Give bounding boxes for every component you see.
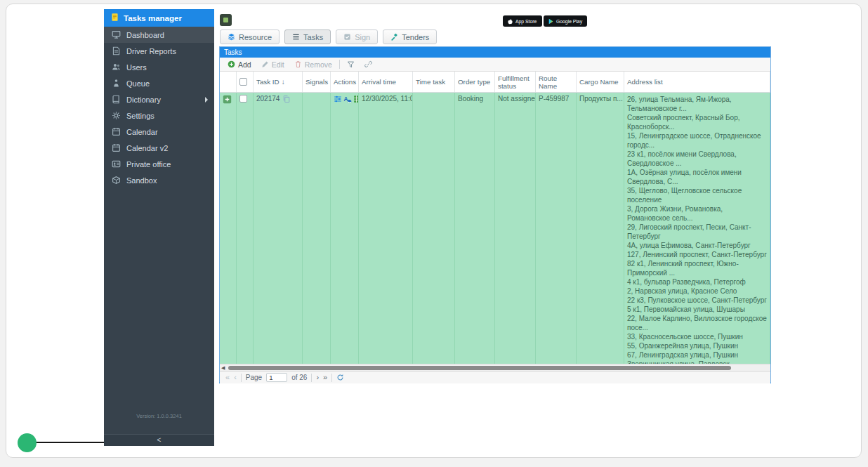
remove-button[interactable]: Remove [291, 60, 335, 70]
sidebar-collapse-button[interactable]: < [104, 434, 214, 446]
refresh-button[interactable] [336, 374, 344, 381]
app-store-badge[interactable]: App Store [503, 15, 542, 27]
monitor-icon [112, 30, 121, 39]
header-expand [220, 72, 237, 92]
annotation-marker [18, 433, 37, 452]
first-page-button[interactable]: « [225, 374, 230, 381]
assign-driver-icon[interactable]: A [343, 95, 352, 103]
sidebar-item-dictionary[interactable]: Dictionary [104, 91, 214, 107]
actions-cell: A [331, 93, 359, 364]
sidebar-item-calendar[interactable]: Calendar [104, 124, 214, 140]
toolbar-divider [339, 60, 340, 69]
sidebar-item-private-office[interactable]: Private office [104, 156, 214, 172]
sidebar-item-label: Calendar v2 [126, 144, 168, 152]
tab-resource[interactable]: Resource [220, 29, 280, 44]
route-settings-icon[interactable] [334, 95, 342, 103]
tab-sign[interactable]: Sign [336, 29, 378, 44]
table-header: Task ID ↓ Signals Actions Arrival time T… [220, 72, 770, 93]
select-all-checkbox[interactable] [239, 78, 247, 86]
trash-icon [294, 60, 302, 68]
row-checkbox[interactable] [239, 95, 247, 103]
sidebar-item-label: Private office [126, 160, 171, 169]
sidebar-item-label: Driver Reports [126, 47, 176, 55]
header-time-task[interactable]: Time task [413, 72, 455, 92]
add-button[interactable]: Add [225, 60, 254, 70]
last-page-button[interactable]: » [323, 374, 327, 381]
refresh-icon [336, 374, 344, 381]
tab-tasks[interactable]: Tasks [284, 29, 331, 44]
google-play-badge[interactable]: Google Play [544, 15, 587, 27]
header-signals[interactable]: Signals [303, 72, 331, 92]
header-actions[interactable]: Actions [331, 72, 359, 92]
module-tabbar: Resource Tasks Sign Tenders [220, 29, 437, 44]
schedule-grid-icon[interactable] [353, 95, 359, 103]
pager-divider [241, 374, 242, 382]
calendar-icon [112, 127, 121, 136]
users-icon [112, 63, 121, 72]
scrollbar-thumb[interactable] [228, 366, 731, 370]
header-fulfillment-status[interactable]: Fulfillment status [495, 72, 536, 92]
sidebar-item-queue[interactable]: Queue [104, 75, 214, 91]
header-select-all[interactable] [237, 72, 254, 92]
sidebar-item-users[interactable]: Users [104, 59, 214, 75]
sidebar-item-settings[interactable]: Settings [104, 107, 214, 124]
annotation-line [36, 442, 104, 443]
sidebar-item-label: Dashboard [126, 31, 164, 39]
scroll-left-arrow-icon[interactable]: ◀ [221, 364, 225, 371]
header-task-id[interactable]: Task ID ↓ [254, 72, 303, 92]
tab-label: Sign [355, 33, 370, 41]
header-order-type[interactable]: Order type [455, 72, 495, 92]
copy-icon[interactable] [282, 95, 291, 103]
calendar-icon [112, 143, 121, 152]
pencil-icon [261, 60, 269, 68]
tab-label: Tenders [402, 33, 429, 41]
sidebar: Tasks manager Dashboard Driver Reports U… [104, 9, 214, 446]
box-icon [112, 176, 121, 185]
app-version: Version: 1.0.0.3241 [104, 413, 214, 419]
play-icon [548, 18, 554, 25]
tab-tenders[interactable]: Tenders [383, 29, 437, 44]
sidebar-item-driver-reports[interactable]: Driver Reports [104, 43, 214, 59]
tasks-icon [292, 33, 300, 41]
sidebar-item-label: Calendar [126, 128, 158, 136]
sidebar-item-dashboard[interactable]: Dashboard [104, 27, 214, 43]
next-page-button[interactable]: › [316, 374, 319, 381]
table-body: 202174 A 12/30/2025, 11:0... Booking Not… [220, 93, 770, 364]
id-card-icon [112, 159, 121, 169]
sidebar-item-label: Users [126, 63, 147, 72]
expand-row-button[interactable] [223, 95, 232, 104]
svg-text:A: A [343, 96, 348, 103]
address-list-cell: 26, улица Тельмана, Ям-Ижора, Тельмановс… [624, 93, 770, 364]
fulfillment-status-cell: Not assigned [495, 93, 536, 364]
sidebar-item-label: Queue [126, 79, 150, 88]
plus-square-icon [223, 95, 232, 104]
app-logo-icon [220, 14, 232, 26]
table-row[interactable]: 202174 A 12/30/2025, 11:0... Booking Not… [220, 93, 770, 364]
header-route-name[interactable]: Route Name [536, 72, 577, 92]
link-button[interactable] [362, 60, 375, 69]
route-name-cell: P-459987 [536, 93, 577, 364]
sidebar-item-label: Dictionary [126, 96, 161, 104]
document-icon [112, 46, 121, 55]
page-number-input[interactable] [266, 373, 287, 382]
badge-label: App Store [515, 19, 537, 24]
sidebar-header: Tasks manager [104, 9, 214, 27]
prev-page-button[interactable]: ‹ [234, 374, 237, 381]
sort-desc-icon: ↓ [282, 78, 285, 86]
tenders-icon [390, 33, 398, 41]
signals-cell [303, 93, 331, 364]
sign-icon [343, 33, 351, 41]
notebook-icon [110, 13, 119, 23]
sidebar-item-calendar-v2[interactable]: Calendar v2 [104, 140, 214, 156]
header-arrival-time[interactable]: Arrival time [359, 72, 413, 92]
header-address-list[interactable]: Address list [624, 72, 770, 92]
task-id: 202174 [256, 95, 280, 103]
time-task-cell [413, 93, 455, 364]
header-cargo-name[interactable]: Cargo Name [577, 72, 624, 92]
horizontal-scrollbar[interactable]: ◀ [220, 364, 770, 371]
filter-button[interactable] [344, 60, 357, 69]
pager-divider [311, 374, 312, 382]
edit-button[interactable]: Edit [258, 60, 287, 70]
page-label: Page [246, 374, 262, 381]
sidebar-item-sandbox[interactable]: Sandbox [104, 172, 214, 188]
